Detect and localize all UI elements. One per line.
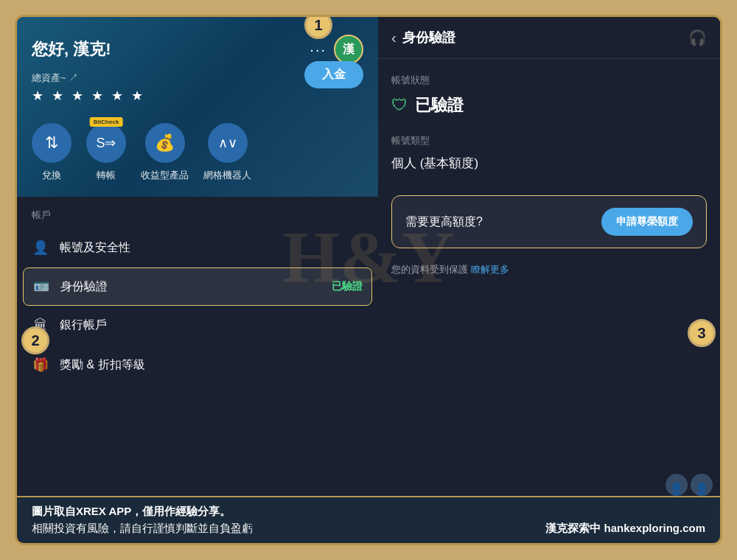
menu-item-account-security[interactable]: 👤 帳號及安全性 bbox=[17, 228, 378, 267]
identity-badge: 已驗證 bbox=[332, 280, 363, 293]
bottom-disclaimer: 相關投資有風險，請自行謹慎判斷並自負盈虧 bbox=[32, 522, 253, 536]
yield-icon-circle: 💰 bbox=[145, 123, 185, 163]
right-panel: ‹ 身份驗證 🎧 帳號狀態 🛡 已驗證 帳號類型 個人 (基本額度) 需要更高額… bbox=[378, 17, 720, 496]
menu-item-identity[interactable]: 🪪 身份驗證 已驗證 bbox=[23, 267, 372, 306]
top-card-header: 您好, 漢克! ··· 漢 bbox=[32, 35, 363, 64]
identity-text: 身份驗證 bbox=[60, 279, 321, 295]
shield-verified-icon: 🛡 bbox=[391, 96, 408, 115]
upgrade-section: 需要更高額度? 申請尊榮額度 bbox=[391, 195, 707, 248]
grid-bot-icon: ∧∨ bbox=[218, 135, 237, 151]
data-protected-text: 您的資料受到保護 瞭解更多 bbox=[391, 263, 707, 276]
mini-avatar-2: 👤 bbox=[691, 474, 713, 496]
account-type-section: 帳號類型 個人 (基本額度) bbox=[391, 134, 707, 172]
transfer-label: 轉帳 bbox=[97, 169, 116, 182]
greeting-text: 您好, 漢克! bbox=[32, 38, 111, 60]
exchange-label: 兌換 bbox=[42, 169, 61, 182]
avatar-illustrations: 👤 👤 bbox=[666, 474, 713, 496]
deposit-button[interactable]: 入金 bbox=[304, 61, 363, 88]
left-panel: 您好, 漢克! ··· 漢 總資產~ ↗ ★ ★ ★ ★ ★ ★ 入金 ⇅ 兌換 bbox=[17, 17, 378, 496]
account-security-icon: 👤 bbox=[32, 239, 49, 256]
action-grid-bot[interactable]: ∧∨ 網格機器人 bbox=[203, 123, 251, 182]
transfer-icon: S⇒ bbox=[96, 135, 116, 151]
account-security-text: 帳號及安全性 bbox=[60, 240, 363, 256]
right-body: 帳號狀態 🛡 已驗證 帳號類型 個人 (基本額度) 需要更高額度? 申請尊榮額度… bbox=[378, 59, 720, 496]
step-2-circle: 2 bbox=[21, 326, 49, 354]
menu-item-rewards[interactable]: 🎁 獎勵 & 折扣等級 bbox=[17, 345, 378, 385]
support-icon[interactable]: 🎧 bbox=[688, 29, 707, 46]
rewards-text: 獎勵 & 折扣等級 bbox=[60, 357, 363, 373]
transfer-icon-circle: BitCheck S⇒ bbox=[86, 123, 126, 163]
assets-value: ★ ★ ★ ★ ★ ★ bbox=[32, 88, 363, 104]
account-status-label: 帳號狀態 bbox=[391, 74, 707, 87]
account-type-label: 帳號類型 bbox=[391, 134, 707, 147]
exchange-icon: ⇅ bbox=[45, 133, 58, 153]
learn-more-link[interactable]: 瞭解更多 bbox=[471, 264, 509, 275]
upgrade-button[interactable]: 申請尊榮額度 bbox=[601, 208, 693, 236]
bitcheck-badge: BitCheck bbox=[90, 117, 123, 127]
header-right: ··· 漢 bbox=[310, 35, 363, 64]
top-card: 您好, 漢克! ··· 漢 總資產~ ↗ ★ ★ ★ ★ ★ ★ 入金 ⇅ 兌換 bbox=[17, 17, 378, 197]
bottom-line-1: 圖片取自XREX APP，僅用作經驗分享。 bbox=[32, 505, 705, 519]
main-content: H&Y 1 2 3 您好, 漢克! ··· 漢 總資產~ ↗ ★ ★ ★ ★ ★… bbox=[17, 17, 720, 496]
action-icons-row: ⇅ 兌換 BitCheck S⇒ 轉帳 💰 bbox=[32, 116, 363, 182]
yield-icon: 💰 bbox=[155, 133, 175, 153]
action-transfer[interactable]: BitCheck S⇒ 轉帳 bbox=[86, 123, 126, 182]
bottom-bar: 圖片取自XREX APP，僅用作經驗分享。 相關投資有風險，請自行謹慎判斷並自負… bbox=[17, 496, 720, 543]
grid-bot-icon-circle: ∧∨ bbox=[208, 123, 248, 163]
back-arrow-icon: ‹ bbox=[391, 29, 397, 46]
rewards-icon: 🎁 bbox=[32, 357, 49, 373]
page-title: 身份驗證 bbox=[402, 29, 455, 46]
yield-label: 收益型產品 bbox=[141, 169, 189, 182]
site-link[interactable]: 漢克探索中 hankexploring.com bbox=[545, 522, 705, 536]
identity-icon: 🪪 bbox=[32, 279, 50, 295]
mini-avatar-1: 👤 bbox=[666, 474, 688, 496]
user-avatar[interactable]: 漢 bbox=[334, 35, 363, 64]
bottom-line-2: 相關投資有風險，請自行謹慎判斷並自負盈虧 漢克探索中 hankexploring… bbox=[32, 522, 705, 536]
bank-text: 銀行帳戶 bbox=[60, 318, 363, 333]
exchange-icon-circle: ⇅ bbox=[32, 123, 71, 163]
verified-row: 🛡 已驗證 bbox=[391, 94, 707, 116]
dots-menu-button[interactable]: ··· bbox=[310, 41, 326, 58]
step-3-circle: 3 bbox=[688, 319, 716, 347]
account-type-value: 個人 (基本額度) bbox=[391, 155, 707, 172]
grid-bot-label: 網格機器人 bbox=[203, 169, 251, 182]
menu-section-label: 帳戶 bbox=[17, 197, 378, 228]
verified-text: 已驗證 bbox=[415, 94, 464, 116]
upgrade-question-text: 需要更高額度? bbox=[405, 214, 483, 230]
bottom-menu: 帳戶 👤 帳號及安全性 🪪 身份驗證 已驗證 🏛 銀行帳戶 🎁 獎勵 & 折扣 bbox=[17, 197, 378, 496]
action-exchange[interactable]: ⇅ 兌換 bbox=[32, 123, 71, 182]
menu-item-bank[interactable]: 🏛 銀行帳戶 bbox=[17, 306, 378, 345]
right-header: ‹ 身份驗證 🎧 bbox=[378, 17, 720, 59]
back-button[interactable]: ‹ 身份驗證 bbox=[391, 29, 455, 46]
action-yield[interactable]: 💰 收益型產品 bbox=[141, 123, 189, 182]
